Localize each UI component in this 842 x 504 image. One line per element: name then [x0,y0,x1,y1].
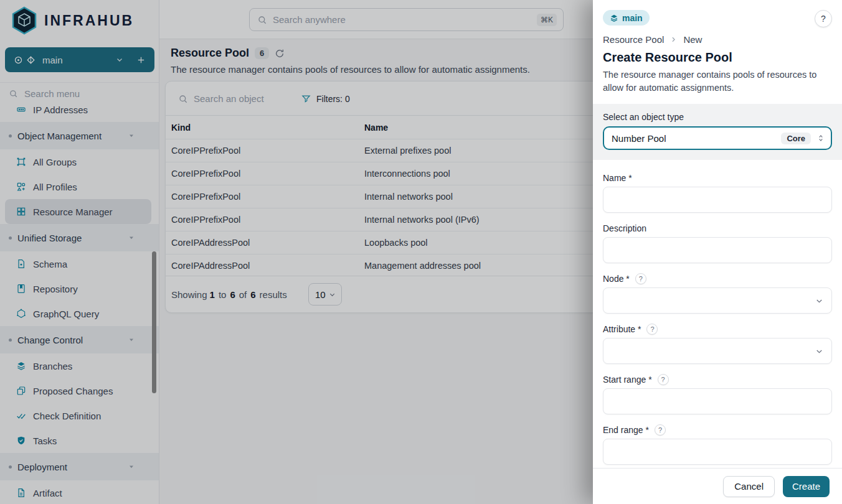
layers-icon [610,14,618,22]
help-icon[interactable]: ? [655,424,666,436]
panel-branch-name: main [622,13,643,23]
end-range-input[interactable] [603,439,832,465]
create-resource-pool-panel: main ? Resource Pool New Create Resource… [593,0,842,504]
breadcrumb-current: New [683,34,702,45]
panel-title: Create Resource Pool [603,50,832,65]
attribute-select[interactable] [603,338,832,364]
create-form: Name * Description Node * ? Attribute * … [593,160,842,468]
create-button[interactable]: Create [783,476,830,497]
chevron-up-down-icon [816,134,825,142]
help-icon[interactable]: ? [646,324,658,335]
breadcrumb-parent[interactable]: Resource Pool [603,34,664,45]
field-label: End range * [603,425,649,435]
object-type-select[interactable]: Number Pool Core [603,126,832,150]
panel-header: main ? Resource Pool New Create Resource… [593,0,842,94]
panel-description: The resource manager contains pools of r… [603,68,832,94]
field-description: Description [603,223,832,263]
start-range-input[interactable] [603,388,832,414]
panel-footer: Cancel Create [593,468,842,504]
object-type-section: Select an object type Number Pool Core [593,104,842,160]
field-label: Node * [603,274,630,284]
field-label: Start range * [603,375,652,385]
chevron-down-icon [815,347,824,356]
core-badge: Core [781,133,811,144]
field-attribute: Attribute * ? [603,324,832,364]
field-label: Name * [603,173,632,183]
description-input[interactable] [603,237,832,263]
field-name: Name * [603,172,832,213]
node-select[interactable] [603,287,832,314]
field-start-range: Start range * ? [603,374,832,414]
field-label: Description [603,223,646,233]
object-type-label: Select an object type [603,112,832,122]
field-label: Attribute * [603,324,641,334]
help-button[interactable]: ? [815,10,832,27]
chevron-right-icon [669,35,678,44]
help-icon[interactable]: ? [658,374,669,385]
breadcrumb: Resource Pool New [603,34,832,45]
object-type-value: Number Pool [612,133,781,144]
chevron-down-icon [815,296,824,306]
field-node: Node * ? [603,273,832,314]
name-input[interactable] [603,187,832,213]
panel-branch-badge[interactable]: main [603,10,650,26]
help-icon[interactable]: ? [635,273,646,284]
cancel-button[interactable]: Cancel [723,476,775,497]
field-end-range: End range * ? [603,424,832,465]
